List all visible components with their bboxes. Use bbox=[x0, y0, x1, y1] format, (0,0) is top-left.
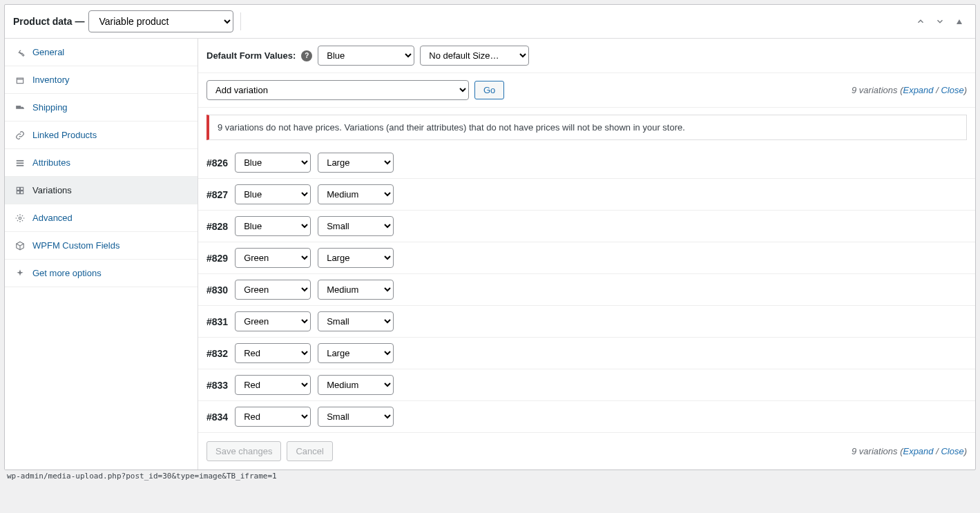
variation-color-select[interactable]: Red bbox=[235, 343, 311, 363]
sidebar-item-linked-products[interactable]: Linked Products bbox=[5, 122, 198, 149]
sparkle-icon bbox=[15, 269, 26, 278]
expand-all-link[interactable]: Expand bbox=[903, 85, 933, 95]
variation-id: #830 bbox=[206, 284, 228, 296]
browser-status-bar: wp-admin/media-upload.php?post_id=30&typ… bbox=[4, 470, 976, 481]
sidebar-item-label: WPFM Custom Fields bbox=[32, 240, 119, 251]
variation-id: #829 bbox=[206, 253, 228, 264]
default-color-select[interactable]: Blue bbox=[318, 46, 414, 66]
gear-icon bbox=[15, 213, 26, 223]
svg-rect-1 bbox=[17, 78, 23, 84]
variation-row[interactable]: #834RedSmall bbox=[198, 401, 975, 433]
sidebar-item-label: Inventory bbox=[32, 75, 69, 85]
expand-all-link-bottom[interactable]: Expand bbox=[903, 446, 933, 456]
variation-row[interactable]: #833RedMedium bbox=[198, 369, 975, 401]
panel-title-dash: — bbox=[75, 16, 84, 27]
variation-row[interactable]: #830GreenMedium bbox=[198, 274, 975, 306]
variation-row[interactable]: #828BlueSmall bbox=[198, 211, 975, 242]
svg-rect-7 bbox=[21, 187, 23, 190]
sidebar-item-attributes[interactable]: Attributes bbox=[5, 149, 198, 177]
sidebar-item-label: Attributes bbox=[32, 157, 70, 168]
variation-size-select[interactable]: Medium bbox=[318, 184, 394, 204]
panel-title: Product data — bbox=[13, 16, 84, 27]
product-data-tabs: GeneralInventoryShippingLinked ProductsA… bbox=[5, 39, 198, 470]
sidebar-item-label: Shipping bbox=[32, 102, 68, 113]
sidebar-item-label: Get more options bbox=[32, 268, 102, 278]
svg-rect-4 bbox=[17, 162, 24, 164]
list-icon bbox=[15, 158, 26, 168]
variation-color-select[interactable]: Blue bbox=[235, 153, 311, 173]
grid-icon bbox=[15, 186, 26, 195]
svg-point-10 bbox=[19, 217, 21, 220]
save-changes-button[interactable]: Save changes bbox=[206, 441, 281, 461]
sidebar-item-inventory[interactable]: Inventory bbox=[5, 66, 198, 94]
variation-row[interactable]: #827BlueMedium bbox=[198, 179, 975, 211]
svg-rect-6 bbox=[17, 187, 19, 190]
variation-id: #834 bbox=[206, 412, 228, 423]
sidebar-item-general[interactable]: General bbox=[5, 39, 198, 66]
panel-header: Product data — Variable product bbox=[5, 5, 975, 39]
variation-size-select[interactable]: Large bbox=[318, 248, 394, 268]
price-warning-notice: 9 variations do not have prices. Variati… bbox=[206, 115, 967, 140]
panel-body: GeneralInventoryShippingLinked ProductsA… bbox=[5, 39, 975, 470]
default-form-values-label: Default Form Values: bbox=[206, 50, 296, 61]
variation-size-select[interactable]: Small bbox=[318, 407, 394, 427]
variation-row[interactable]: #826BlueLarge bbox=[198, 147, 975, 179]
product-data-panel: Product data — Variable product GeneralI… bbox=[4, 4, 976, 470]
sidebar-item-label: Linked Products bbox=[32, 130, 97, 140]
variation-size-select[interactable]: Small bbox=[318, 216, 394, 236]
variation-size-select[interactable]: Medium bbox=[318, 375, 394, 395]
variations-footer: Save changes Cancel 9 variations (Expand… bbox=[198, 433, 975, 470]
cube-icon bbox=[15, 241, 26, 251]
link-icon bbox=[15, 130, 26, 140]
variation-row[interactable]: #832RedLarge bbox=[198, 338, 975, 369]
variation-action-toolbar: Add variation Go 9 variations (Expand / … bbox=[198, 73, 975, 108]
sidebar-item-label: General bbox=[32, 47, 64, 57]
header-separator bbox=[240, 12, 241, 30]
variation-size-select[interactable]: Medium bbox=[318, 280, 394, 300]
default-size-select[interactable]: No default Size… bbox=[420, 46, 529, 66]
svg-marker-0 bbox=[957, 19, 962, 24]
sidebar-item-advanced[interactable]: Advanced bbox=[5, 204, 198, 232]
sidebar-item-get-more-options[interactable]: Get more options bbox=[5, 260, 198, 287]
sidebar-item-label: Advanced bbox=[32, 213, 73, 223]
svg-rect-2 bbox=[16, 106, 21, 109]
variations-list: #826BlueLarge#827BlueMedium#828BlueSmall… bbox=[198, 147, 975, 433]
toggle-panel-icon[interactable] bbox=[952, 14, 967, 29]
panel-header-controls bbox=[913, 14, 967, 29]
close-all-link[interactable]: Close bbox=[941, 85, 963, 95]
svg-rect-5 bbox=[17, 164, 24, 166]
variation-color-select[interactable]: Blue bbox=[235, 184, 311, 204]
variation-row[interactable]: #831GreenSmall bbox=[198, 306, 975, 338]
variation-id: #828 bbox=[206, 221, 228, 232]
svg-rect-3 bbox=[17, 159, 24, 161]
variation-id: #833 bbox=[206, 380, 228, 391]
variation-color-select[interactable]: Green bbox=[235, 248, 311, 268]
move-down-icon[interactable] bbox=[932, 14, 948, 29]
help-icon[interactable]: ? bbox=[301, 50, 312, 61]
cancel-button[interactable]: Cancel bbox=[287, 441, 332, 461]
panel-title-text: Product data bbox=[13, 16, 73, 27]
sidebar-item-label: Variations bbox=[32, 185, 72, 195]
sidebar-item-variations[interactable]: Variations bbox=[5, 177, 198, 204]
move-up-icon[interactable] bbox=[913, 14, 928, 29]
go-button[interactable]: Go bbox=[474, 81, 504, 99]
svg-rect-9 bbox=[21, 191, 23, 193]
variation-color-select[interactable]: Red bbox=[235, 375, 311, 395]
variation-size-select[interactable]: Large bbox=[318, 153, 394, 173]
sidebar-item-shipping[interactable]: Shipping bbox=[5, 94, 198, 122]
variation-size-select[interactable]: Large bbox=[318, 343, 394, 363]
variations-panel: Default Form Values: ? Blue No default S… bbox=[198, 39, 975, 470]
variation-color-select[interactable]: Red bbox=[235, 407, 311, 427]
variation-color-select[interactable]: Green bbox=[235, 311, 311, 331]
product-type-select[interactable]: Variable product bbox=[88, 10, 233, 32]
variation-row[interactable]: #829GreenLarge bbox=[198, 242, 975, 274]
close-all-link-bottom[interactable]: Close bbox=[941, 446, 963, 456]
variation-color-select[interactable]: Blue bbox=[235, 216, 311, 236]
variation-size-select[interactable]: Small bbox=[318, 311, 394, 331]
variation-count-top: 9 variations (Expand / Close) bbox=[852, 85, 967, 95]
variation-color-select[interactable]: Green bbox=[235, 280, 311, 300]
sidebar-item-wpfm-custom-fields[interactable]: WPFM Custom Fields bbox=[5, 232, 198, 260]
wrench-icon bbox=[15, 48, 26, 57]
variation-action-select[interactable]: Add variation bbox=[206, 80, 469, 100]
default-form-values-row: Default Form Values: ? Blue No default S… bbox=[198, 39, 975, 73]
